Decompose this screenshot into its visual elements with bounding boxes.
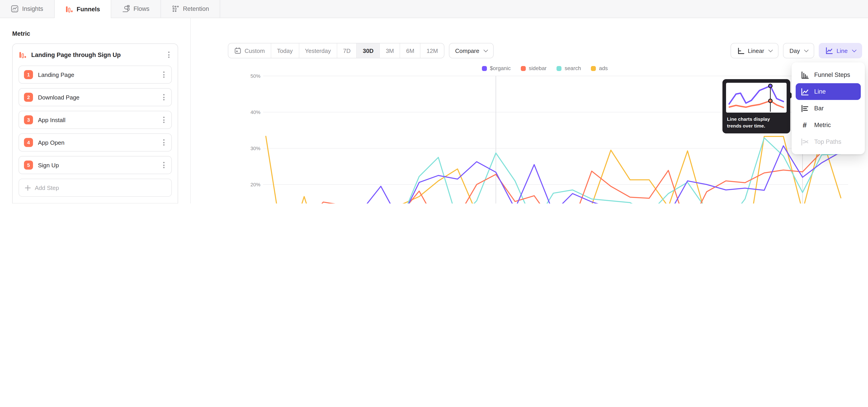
- legend-swatch: [482, 66, 487, 71]
- step-kebab-menu[interactable]: [161, 92, 166, 102]
- funnel-step-5[interactable]: 5 Sign Up: [19, 156, 172, 174]
- svg-text:50%: 50%: [250, 73, 260, 79]
- granularity-dropdown[interactable]: Day: [783, 43, 814, 58]
- step-number-badge: 3: [24, 115, 33, 124]
- step-label: Sign Up: [38, 162, 161, 168]
- legend-item[interactable]: $organic: [482, 65, 510, 71]
- range-3m[interactable]: 3M: [379, 43, 400, 58]
- line-chart-tooltip: Line charts display trends over time.: [722, 79, 790, 134]
- range-yesterday[interactable]: Yesterday: [299, 43, 337, 58]
- add-step-button[interactable]: Add Step: [19, 179, 172, 197]
- top-paths-icon: [800, 137, 809, 146]
- report-main: Custom Today Yesterday 7D 30D 3M 6M 12M …: [191, 18, 868, 204]
- tab-flows[interactable]: Flows: [112, 0, 161, 18]
- compare-button[interactable]: Compare: [449, 43, 494, 58]
- chevron-down-icon: [484, 48, 488, 52]
- menu-item-funnel-steps[interactable]: Funnel Steps: [796, 66, 861, 83]
- tooltip-preview-chart: [726, 83, 786, 113]
- add-step-label: Add Step: [35, 184, 59, 191]
- svg-text:40%: 40%: [250, 109, 260, 115]
- tab-retention[interactable]: Retention: [161, 0, 220, 18]
- tooltip-marker-dot: [769, 84, 772, 88]
- chart-type-dropdown[interactable]: Line: [819, 43, 862, 58]
- step-number-badge: 1: [24, 70, 33, 79]
- funnel-steps-list: 1 Landing Page 2 Download Page 3 App Ins…: [13, 65, 178, 174]
- legend-swatch: [557, 66, 561, 71]
- funnels-icon: [65, 5, 73, 13]
- chart-toolbar: Custom Today Yesterday 7D 30D 3M 6M 12M …: [228, 43, 862, 58]
- date-range-segmented-control: Custom Today Yesterday 7D 30D 3M 6M 12M: [228, 43, 444, 58]
- plus-icon: [25, 185, 31, 191]
- app-window: Insights Funnels Flows Retention Metric: [0, 0, 868, 204]
- step-number-badge: 4: [24, 138, 33, 147]
- metric-icon: #: [800, 121, 809, 129]
- step-label: App Install: [38, 117, 161, 123]
- legend-item[interactable]: search: [557, 65, 581, 71]
- step-number-badge: 5: [24, 160, 33, 169]
- step-label: App Open: [38, 139, 161, 146]
- metric-heading: Metric: [12, 30, 178, 37]
- svg-text:20%: 20%: [250, 182, 260, 187]
- retention-icon: [172, 5, 179, 13]
- range-6m[interactable]: 6M: [400, 43, 420, 58]
- funnel-step-4[interactable]: 4 App Open: [19, 133, 172, 152]
- menu-item-metric[interactable]: # Metric: [796, 117, 861, 133]
- chevron-down-icon: [852, 48, 857, 52]
- range-12m[interactable]: 12M: [420, 43, 444, 58]
- scale-dropdown[interactable]: Linear: [731, 43, 778, 58]
- query-sidebar: Metric Landing Page through Sign Up 1 La…: [0, 18, 191, 204]
- chart-type-menu: Funnel Steps Line Bar # Metric Top Paths: [792, 62, 865, 154]
- legend-item[interactable]: sidebar: [521, 65, 547, 71]
- menu-item-top-paths[interactable]: Top Paths: [796, 133, 861, 150]
- bar-chart-icon: [800, 104, 809, 113]
- line-chart-icon: [800, 87, 809, 96]
- tab-insights[interactable]: Insights: [0, 0, 55, 18]
- line-chart-icon: [825, 46, 833, 55]
- insights-icon: [11, 5, 19, 13]
- step-number-badge: 2: [24, 93, 33, 102]
- legend-item[interactable]: ads: [591, 65, 608, 71]
- chevron-down-icon: [769, 48, 773, 52]
- metric-card: Landing Page through Sign Up 1 Landing P…: [12, 43, 178, 204]
- tab-funnels[interactable]: Funnels: [55, 0, 112, 18]
- step-kebab-menu[interactable]: [161, 137, 166, 148]
- funnel-step-3[interactable]: 3 App Install: [19, 111, 172, 129]
- step-label: Landing Page: [38, 71, 161, 78]
- conversion-criteria-section: Conversion Criteria Advanced Within 7 da…: [13, 203, 178, 204]
- tooltip-marker-dot: [769, 99, 772, 103]
- tab-label: Retention: [183, 5, 209, 12]
- funnel-step-2[interactable]: 2 Download Page: [19, 88, 172, 106]
- chevron-down-icon: [804, 48, 809, 52]
- menu-item-line[interactable]: Line: [796, 83, 861, 100]
- calendar-icon: [234, 47, 241, 54]
- svg-text:30%: 30%: [250, 146, 260, 151]
- funnel-step-1[interactable]: 1 Landing Page: [19, 66, 172, 84]
- funnel-title: Landing Page through Sign Up: [31, 51, 162, 58]
- report-tabstrip: Insights Funnels Flows Retention: [0, 0, 868, 18]
- funnel-steps-icon: [800, 70, 809, 80]
- funnel-metric-icon: [19, 51, 27, 59]
- range-30d[interactable]: 30D: [356, 43, 379, 58]
- tab-label: Funnels: [76, 6, 100, 12]
- tab-label: Insights: [22, 5, 43, 12]
- legend-swatch: [521, 66, 526, 71]
- step-kebab-menu[interactable]: [161, 115, 166, 125]
- flows-icon: [122, 5, 130, 13]
- step-kebab-menu[interactable]: [161, 70, 166, 80]
- menu-item-bar[interactable]: Bar: [796, 100, 861, 117]
- range-custom[interactable]: Custom: [228, 43, 271, 58]
- range-7d[interactable]: 7D: [337, 43, 356, 58]
- step-kebab-menu[interactable]: [161, 160, 166, 170]
- range-today[interactable]: Today: [271, 43, 299, 58]
- chart-legend: $organic sidebar search ads: [240, 65, 850, 71]
- step-label: Download Page: [38, 94, 161, 101]
- linear-scale-icon: [737, 47, 745, 55]
- funnel-kebab-menu[interactable]: [166, 50, 171, 60]
- legend-swatch: [591, 66, 596, 71]
- tab-label: Flows: [133, 5, 150, 12]
- tooltip-text: Line charts display trends over time.: [726, 113, 786, 130]
